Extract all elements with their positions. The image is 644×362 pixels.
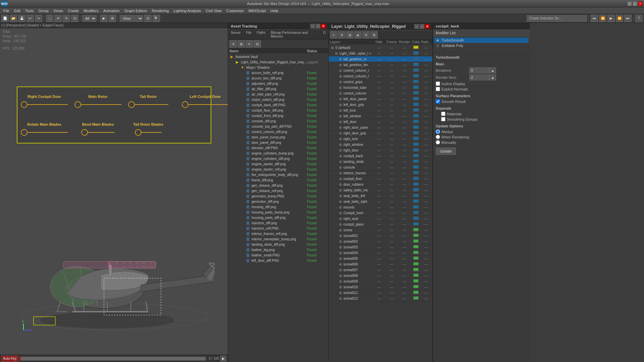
- new-file-button[interactable]: 📄: [1, 15, 9, 22]
- rig-bend-main-blades[interactable]: Bend Main Blades: [71, 115, 125, 143]
- asset-menu-server[interactable]: Server: [228, 30, 243, 39]
- modifier-turbsmooth[interactable]: ◈ TurboSmooth: [434, 38, 529, 43]
- rotate-button[interactable]: ↻: [63, 15, 70, 22]
- rig-right-cockpit-door[interactable]: Right Cockpit Door: [17, 87, 71, 115]
- layers-delete-button[interactable]: ✕: [338, 31, 345, 39]
- zoom-button[interactable]: 🔍: [153, 15, 160, 22]
- layer-render-cell[interactable]: —: [398, 69, 411, 72]
- layers-maximize-button[interactable]: □: [420, 24, 424, 29]
- layer-row[interactable]: ⊙ Cockpit_front — — — —: [329, 210, 432, 216]
- layer-hide-cell[interactable]: —: [373, 103, 385, 107]
- asset-file-item[interactable]: 🖼 cockpit_floor_diff.png Found: [228, 108, 328, 113]
- layer-row[interactable]: ⊙ right_door_pane — — — —: [329, 125, 432, 130]
- layer-hide-cell[interactable]: —: [373, 171, 385, 175]
- layer-color-cell[interactable]: [411, 211, 421, 215]
- layer-color-cell[interactable]: [411, 131, 421, 135]
- layer-row[interactable]: ⊙ cockpit_back — — — —: [329, 153, 432, 159]
- layer-render-cell[interactable]: —: [398, 211, 411, 215]
- undo-button[interactable]: ↩: [26, 15, 34, 22]
- asset-vault-root[interactable]: ▶ Autodesk Vault: [228, 54, 328, 59]
- layer-freeze-cell[interactable]: —: [385, 183, 398, 186]
- layer-freeze-cell[interactable]: —: [385, 160, 398, 164]
- menu-lighting[interactable]: Lighting Analysis: [171, 8, 203, 13]
- layer-freeze-cell[interactable]: —: [385, 92, 398, 95]
- layer-color-cell[interactable]: [411, 63, 421, 67]
- layer-render-cell[interactable]: —: [398, 114, 411, 118]
- isoline-checkbox[interactable]: [436, 81, 440, 86]
- layer-render-cell[interactable]: —: [398, 291, 411, 295]
- layer-freeze-cell[interactable]: —: [385, 86, 398, 89]
- asset-menu-file[interactable]: File: [243, 30, 254, 39]
- rig-circle-left-cockpit[interactable]: [182, 101, 189, 108]
- menu-graph-editors[interactable]: Graph Editors: [122, 8, 149, 13]
- layers-settings-button[interactable]: ⚙: [370, 31, 378, 39]
- rig-tail-rotor[interactable]: Tail Rotor: [125, 87, 172, 115]
- scale-button[interactable]: ⊡: [71, 15, 78, 22]
- layer-render-cell[interactable]: —: [398, 228, 411, 232]
- layer-row[interactable]: ⊙ left_door — — — —: [329, 119, 432, 125]
- menu-file[interactable]: File: [1, 8, 11, 13]
- asset-menu-bitmap[interactable]: Bitmap Performance and Memory: [268, 30, 320, 39]
- layer-freeze-cell[interactable]: —: [385, 57, 398, 61]
- layer-color-cell[interactable]: [411, 103, 421, 107]
- layer-render-cell[interactable]: —: [398, 160, 411, 164]
- layer-row[interactable]: ⊙ right_door_grip — — — —: [329, 130, 432, 136]
- layer-row[interactable]: ⊙ 0 (default) — — — —: [329, 45, 432, 51]
- auto-key-button[interactable]: Auto Key: [1, 356, 18, 362]
- asset-close-button[interactable]: ✕: [321, 24, 326, 28]
- layer-color-cell[interactable]: [411, 120, 421, 124]
- layer-freeze-cell[interactable]: —: [385, 63, 398, 67]
- layer-color-cell[interactable]: [411, 251, 421, 255]
- menu-modifiers[interactable]: Modifiers: [82, 8, 101, 13]
- asset-file-item[interactable]: 🖼 housing_parts_bump.png Found: [228, 209, 328, 215]
- rig-circle-bend-blades[interactable]: [81, 129, 88, 136]
- layer-color-cell[interactable]: [411, 160, 421, 164]
- layer-row[interactable]: ⊙ screw002 — — — —: [329, 239, 432, 244]
- menu-civil[interactable]: Civil View: [204, 8, 223, 13]
- layer-render-cell[interactable]: —: [398, 274, 411, 278]
- asset-refresh-button[interactable]: ↺: [229, 40, 237, 48]
- layer-freeze-cell[interactable]: —: [385, 166, 398, 169]
- layer-color-cell[interactable]: [411, 228, 421, 232]
- layer-render-cell[interactable]: —: [398, 80, 411, 84]
- layer-color-cell[interactable]: [411, 165, 421, 169]
- asset-file-item[interactable]: 🖼 injectors_refl.PNG Found: [228, 226, 328, 231]
- layer-row[interactable]: ⊙ control_column — — — —: [329, 90, 432, 96]
- layer-hide-cell[interactable]: —: [373, 217, 385, 221]
- rig-circle-rotate-blades[interactable]: [21, 129, 28, 136]
- asset-file-item[interactable]: 🖼 generator_diff.png Found: [228, 199, 328, 204]
- viewport-header[interactable]: [+] [Perspective] [Shaded + Edged Faces]: [0, 23, 228, 28]
- layer-render-cell[interactable]: —: [398, 257, 411, 260]
- modifier-list-header[interactable]: Modifier List: [433, 30, 530, 36]
- asset-file-item[interactable]: 🖼 console_diff.png Found: [228, 118, 328, 124]
- asset-file-item[interactable]: 🖼 gen_sheave_diff.png Found: [228, 183, 328, 188]
- save-file-button[interactable]: 💾: [18, 15, 25, 22]
- layer-freeze-cell[interactable]: —: [385, 274, 398, 278]
- layer-hide-cell[interactable]: —: [373, 74, 385, 78]
- asset-file-item[interactable]: 🖼 engine_starter_diff.png Found: [228, 161, 328, 167]
- asset-minimize-button[interactable]: ─: [310, 24, 315, 28]
- layer-freeze-cell[interactable]: —: [385, 251, 398, 255]
- layer-render-cell[interactable]: —: [398, 154, 411, 158]
- timeline-play-button[interactable]: ▶: [607, 15, 615, 22]
- materials-checkbox[interactable]: [441, 112, 445, 116]
- help-search-button[interactable]: ?: [635, 15, 643, 22]
- asset-file-item[interactable]: 🖼 left_door_diff.PNG Found: [228, 258, 328, 263]
- layer-freeze-cell[interactable]: —: [385, 120, 398, 124]
- time-slider[interactable]: [20, 357, 206, 361]
- layer-render-cell[interactable]: —: [398, 171, 411, 175]
- minimize-button[interactable]: ─: [627, 1, 632, 6]
- select-button[interactable]: ⬚: [46, 15, 53, 22]
- layer-freeze-cell[interactable]: —: [385, 188, 398, 192]
- layer-hide-cell[interactable]: —: [373, 194, 385, 198]
- render-button[interactable]: ▶: [100, 15, 108, 22]
- layer-row[interactable]: ⊙ landing_skids — — — —: [329, 159, 432, 165]
- layer-hide-cell[interactable]: —: [373, 154, 385, 158]
- layer-color-cell[interactable]: [411, 74, 421, 78]
- layer-row[interactable]: ⊙ screw012 — — — —: [329, 296, 432, 301]
- quick-render-button[interactable]: ⊞: [109, 15, 116, 22]
- asset-file-item[interactable]: 🖼 gen_sheave_refl.png Found: [228, 188, 328, 193]
- asset-file-item[interactable]: 🖼 landing_skids_diff.png Found: [228, 242, 328, 247]
- asset-file-item[interactable]: 🖼 fire_extinguisher_body_diff.png Found: [228, 172, 328, 177]
- layer-freeze-cell[interactable]: —: [385, 46, 398, 50]
